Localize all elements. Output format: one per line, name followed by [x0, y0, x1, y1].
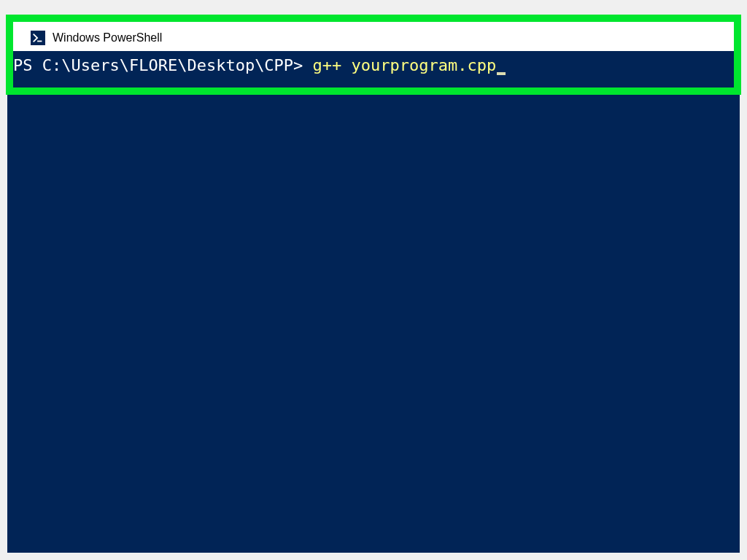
terminal-line: PS C:\Users\FLORE\Desktop\CPP> g++ yourp…: [13, 54, 734, 77]
window-title: Windows PowerShell: [53, 31, 162, 44]
title-bar[interactable]: Windows PowerShell: [22, 25, 740, 51]
terminal-prompt: PS C:\Users\FLORE\Desktop\CPP>: [13, 56, 313, 74]
powershell-icon: [31, 31, 45, 45]
terminal[interactable]: PS C:\Users\FLORE\Desktop\CPP> g++ yourp…: [7, 51, 740, 553]
cursor-icon: [497, 72, 506, 75]
terminal-command: g++ yourprogram.cpp: [313, 56, 497, 74]
